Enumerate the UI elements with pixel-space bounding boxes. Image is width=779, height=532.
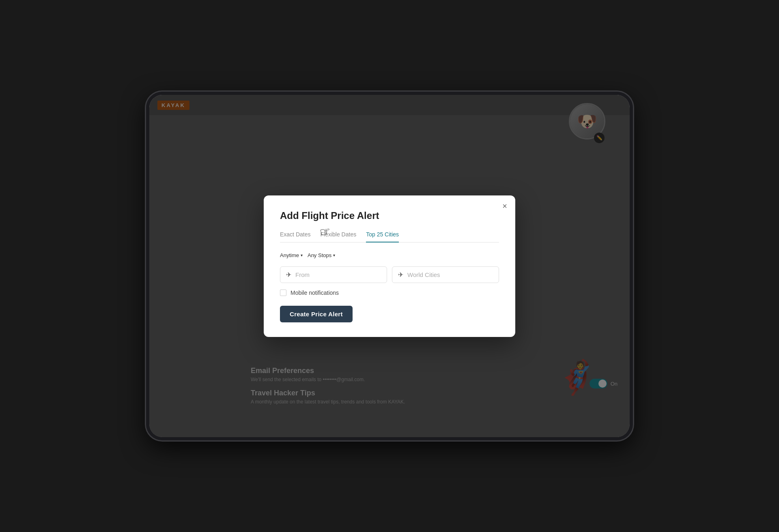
- modal-title: Add Flight Price Alert: [280, 210, 499, 221]
- anytime-filter[interactable]: Anytime ▾: [280, 251, 303, 260]
- anytime-label: Anytime: [280, 252, 299, 258]
- modal-overlay: × Add Flight Price Alert Exact Dates Fle…: [149, 95, 630, 437]
- from-plane-icon: ✈: [286, 271, 291, 279]
- modal: × Add Flight Price Alert Exact Dates Fle…: [264, 195, 515, 337]
- tablet-inner: KAYAK 🐶 ✏️ 🦸 Email Preferences We'll sen…: [149, 95, 630, 437]
- to-plane-icon: ✈: [398, 271, 403, 279]
- modal-close-button[interactable]: ×: [502, 202, 507, 210]
- from-input[interactable]: ✈ From: [280, 266, 387, 283]
- to-input[interactable]: ✈ World Cities: [392, 266, 499, 283]
- modal-tabs: Exact Dates Flexible Dates Top 25 Cities: [280, 231, 499, 242]
- create-price-alert-button[interactable]: Create Price Alert: [280, 306, 353, 322]
- tab-top-25-cities[interactable]: Top 25 Cities: [366, 231, 399, 242]
- tablet-frame: KAYAK 🐶 ✏️ 🦸 Email Preferences We'll sen…: [146, 92, 633, 440]
- any-stops-filter[interactable]: Any Stops ▾: [308, 251, 335, 260]
- tab-flexible-dates[interactable]: Flexible Dates: [320, 231, 356, 242]
- any-stops-label: Any Stops: [308, 252, 331, 258]
- tab-exact-dates[interactable]: Exact Dates: [280, 231, 310, 242]
- to-placeholder-text: World Cities: [407, 271, 440, 278]
- mobile-notifications-checkbox[interactable]: [280, 290, 286, 296]
- anytime-chevron-icon: ▾: [301, 253, 303, 257]
- input-row: ✈ From ✈ World Cities: [280, 266, 499, 283]
- any-stops-chevron-icon: ▾: [333, 253, 335, 257]
- filters-row: Anytime ▾ Any Stops ▾: [280, 251, 499, 260]
- from-placeholder-text: From: [295, 271, 310, 278]
- mobile-notifications-row: Mobile notifications: [280, 290, 499, 296]
- mobile-notifications-label: Mobile notifications: [291, 290, 339, 296]
